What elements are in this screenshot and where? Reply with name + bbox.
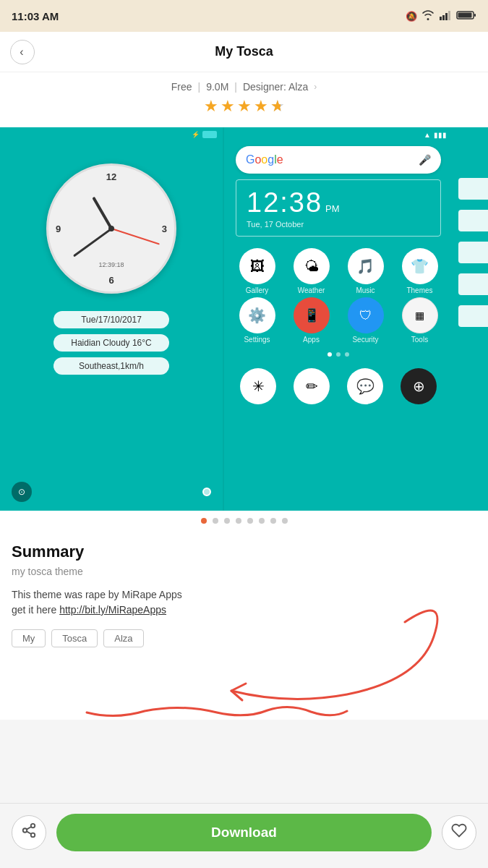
- clock-9: 9: [56, 224, 61, 234]
- app-gallery: 🖼 Gallery: [231, 248, 283, 294]
- ss3-item-1: [458, 178, 488, 200]
- app-apps: 📱 Apps: [286, 297, 337, 344]
- star-5: ★★: [270, 97, 285, 116]
- download-button[interactable]: Download: [56, 814, 432, 851]
- partial-screen: [453, 127, 488, 511]
- heart-icon: [451, 822, 467, 842]
- tag-my[interactable]: My: [12, 629, 46, 647]
- screenshot-2: ▲ ▮▮▮ Google 🎤 12:38 PM Tue, 17 October: [223, 127, 453, 511]
- wifi-icon: [421, 10, 435, 22]
- digital-date: Tue, 17 October: [247, 220, 340, 229]
- hour-hand: [92, 197, 112, 229]
- digital-ampm: PM: [325, 203, 340, 214]
- weather-label: Weather: [298, 286, 325, 294]
- ss3-item-5: [458, 305, 488, 327]
- svg-rect-0: [440, 17, 442, 20]
- page-dots: [224, 352, 453, 357]
- gallery-dot-8[interactable]: [282, 518, 288, 524]
- favorite-button[interactable]: [442, 815, 476, 850]
- tools-label: Tools: [411, 336, 428, 344]
- ss3-item-2: [458, 210, 488, 231]
- page-dot-2: [336, 352, 341, 357]
- gallery-dot-4[interactable]: [236, 518, 241, 524]
- clock-screen: ⚡ 12 3 6 9 12:39:18 Tue/17/10/2017: [0, 127, 223, 511]
- google-search-bar[interactable]: Google 🎤: [236, 146, 441, 174]
- analog-clock-container: 12 3 6 9 12:39:18: [0, 163, 223, 294]
- star-4: ★: [254, 97, 268, 116]
- ss1-battery: [202, 131, 217, 138]
- app-weather: 🌤 Weather: [286, 248, 337, 294]
- app-settings: ⚙️ Settings: [231, 297, 283, 344]
- settings-icon: ⚙️: [239, 297, 275, 333]
- gallery-dot-7[interactable]: [270, 518, 276, 524]
- summary-subtitle: my tosca theme: [12, 566, 476, 577]
- screenshot-gallery[interactable]: ⚡ 12 3 6 9 12:39:18 Tue/17/10/2017: [0, 127, 488, 511]
- svg-point-9: [31, 833, 35, 838]
- security-icon: 🛡: [348, 297, 384, 333]
- digital-clock-widget: 12:38 PM Tue, 17 October: [236, 179, 441, 237]
- music-icon: 🎵: [348, 248, 384, 284]
- app-security: 🛡 Security: [340, 297, 391, 344]
- dock-icon-1: ✳: [240, 368, 276, 404]
- ss2-battery: ▮▮▮: [434, 131, 447, 139]
- star-2: ★: [221, 97, 235, 116]
- summary-link[interactable]: http://bit.ly/MiRapeApps: [59, 604, 166, 616]
- gallery-dot-2[interactable]: [213, 518, 218, 524]
- star-3: ★: [237, 97, 252, 116]
- download-label: Download: [211, 825, 277, 841]
- tools-icon: ▦: [402, 297, 438, 333]
- apps-label: Apps: [303, 336, 320, 344]
- ss3-items: [453, 127, 488, 327]
- google-logo: Google: [246, 153, 283, 166]
- header: ‹ My Tosca: [0, 32, 488, 72]
- date-box: Tue/17/10/2017: [53, 311, 169, 328]
- designer-label: Designer: Alza: [243, 81, 308, 93]
- meta-info: Free | 9.0M | Designer: Alza ›: [0, 81, 488, 93]
- dock-icon-3: 💬: [347, 368, 383, 404]
- digital-clock-info: 12:38 PM Tue, 17 October: [247, 187, 340, 229]
- svg-line-10: [27, 831, 31, 834]
- screenshot-1: ⚡ 12 3 6 9 12:39:18 Tue/17/10/2017: [0, 127, 223, 511]
- dock-icon-2: ✏: [294, 368, 330, 404]
- tag-tosca[interactable]: Tosca: [51, 629, 98, 647]
- gallery-pagination: [0, 511, 488, 531]
- signal-icon: [439, 10, 452, 22]
- gallery-dot-5[interactable]: [247, 518, 253, 524]
- price-label: Free: [171, 81, 192, 93]
- svg-point-8: [23, 828, 27, 833]
- rating-stars: ★ ★ ★ ★ ★★: [0, 97, 488, 124]
- screenshot-3-partial: [453, 127, 488, 511]
- back-button[interactable]: ‹: [10, 40, 35, 64]
- music-label: Music: [356, 286, 374, 294]
- svg-rect-3: [448, 11, 450, 20]
- ss1-topbar: ⚡: [0, 127, 223, 142]
- page-dot-3: [345, 352, 349, 357]
- clock-6: 6: [108, 275, 114, 286]
- camera-icon: ⊙: [12, 482, 32, 502]
- size-label: 9.0M: [206, 81, 228, 93]
- gallery-dot-6[interactable]: [259, 518, 265, 524]
- mute-icon: 🔕: [406, 11, 417, 22]
- gallery-dot-3[interactable]: [224, 518, 230, 524]
- themes-icon: 👕: [402, 248, 438, 284]
- tag-alza[interactable]: Alza: [103, 629, 143, 647]
- gallery-dot-1[interactable]: [201, 518, 207, 524]
- battery-icon: [456, 10, 476, 22]
- gallery-icon: 🖼: [239, 248, 275, 284]
- svg-rect-6: [474, 14, 476, 17]
- status-bar: 11:03 AM 🔕: [0, 0, 488, 32]
- app-music: 🎵 Music: [340, 248, 391, 294]
- designer-arrow[interactable]: ›: [314, 82, 317, 92]
- summary-title: Summary: [12, 542, 476, 561]
- svg-rect-1: [442, 15, 445, 20]
- star-1: ★: [204, 97, 218, 116]
- ss3-item-3: [458, 242, 488, 263]
- security-label: Security: [352, 336, 378, 344]
- svg-rect-2: [445, 13, 448, 20]
- share-button[interactable]: [12, 815, 46, 850]
- mic-icon: 🎤: [419, 154, 431, 166]
- apps-icon: 📱: [294, 297, 330, 333]
- tag-row: My Tosca Alza: [12, 629, 476, 647]
- ss1-charge-icon: ⚡: [192, 131, 200, 138]
- back-arrow-icon: ‹: [20, 46, 23, 59]
